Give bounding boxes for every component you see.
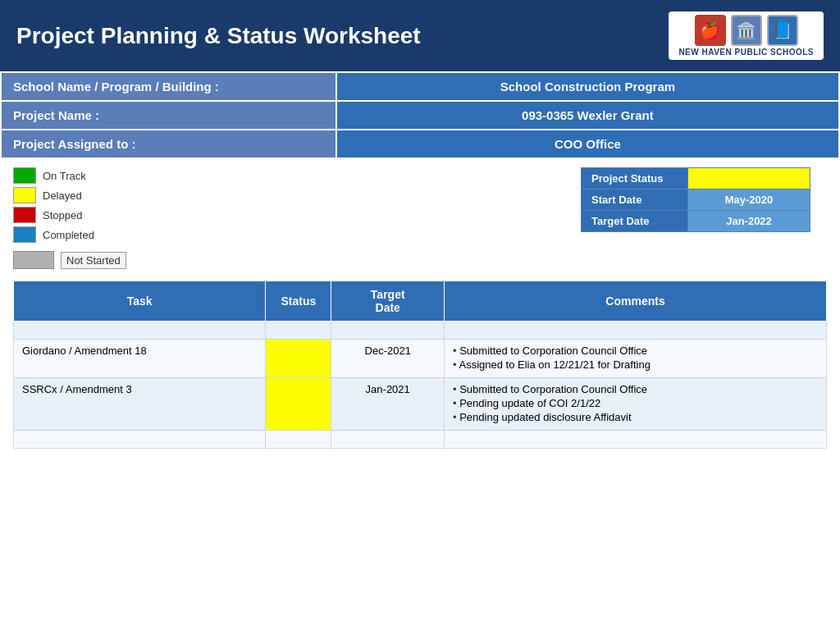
task-table-header-row: Task Status TargetDate Comments [14, 281, 827, 322]
info-row-assigned: Project Assigned to : COO Office [1, 130, 839, 158]
info-row-project: Project Name : 093-0365 Wexler Grant [1, 101, 839, 130]
task-cell: SSRCx / Amendment 3 [14, 378, 266, 431]
ps-value-start: May-2020 [688, 189, 810, 211]
legend: On Track Delayed Stopped Completed [13, 167, 161, 243]
legend-box-stopped [13, 207, 36, 223]
ps-label-start: Start Date [582, 189, 688, 211]
comment-item: Submitted to Corporation Council Office [453, 383, 818, 395]
comment-item: Pending updated disclosure Affidavit [453, 411, 818, 423]
info-table: School Name / Program / Building : Schoo… [0, 71, 840, 159]
legend-box-on-track [13, 167, 36, 184]
task-cell: Giordano / Amendment 18 [14, 340, 266, 378]
task-table: Task Status TargetDate Comments Giordano… [13, 281, 827, 449]
info-value-school: School Construction Program [336, 72, 839, 101]
task-row: Giordano / Amendment 18Dec-2021Submitted… [14, 340, 827, 378]
info-value-assigned: COO Office [336, 130, 839, 158]
project-status-table: Project Status Start Date May-2020 Targe… [581, 167, 810, 232]
page-title: Project Planning & Status Worksheet [16, 23, 421, 49]
ps-label-target: Target Date [582, 211, 688, 232]
ps-row-start: Start Date May-2020 [582, 189, 810, 211]
not-started-box [13, 251, 54, 269]
comment-item: Pending update of COI 2/1/22 [453, 397, 818, 409]
status-cell [266, 378, 331, 431]
status-cell [266, 340, 331, 378]
col-header-task: Task [14, 281, 266, 322]
logo-text: NEW HAVEN PUBLIC SCHOOLS [675, 48, 817, 57]
comments-cell: Submitted to Corporation Council OfficeA… [445, 340, 827, 378]
comments-cell: Submitted to Corporation Council OfficeP… [445, 378, 827, 431]
info-label-assigned: Project Assigned to : [1, 130, 336, 158]
legend-label-completed: Completed [43, 229, 161, 241]
legend-label-on-track: On Track [43, 170, 161, 182]
legend-status-section: On Track Delayed Stopped Completed Not S… [0, 159, 840, 277]
info-row-school: School Name / Program / Building : Schoo… [1, 72, 839, 101]
col-header-target-date: TargetDate [331, 281, 445, 322]
col-header-comments: Comments [445, 281, 827, 322]
comment-item: Submitted to Corporation Council Office [453, 345, 818, 357]
task-row: SSRCx / Amendment 3Jan-2021Submitted to … [14, 378, 827, 431]
page-header: Project Planning & Status Worksheet 🍎 🏛️… [0, 0, 840, 71]
logo-icon-building: 🏛️ [731, 15, 762, 46]
col-header-status: Status [266, 281, 331, 322]
task-section: Task Status TargetDate Comments Giordano… [0, 281, 840, 457]
logo-container: 🍎 🏛️ 📘 NEW HAVEN PUBLIC SCHOOLS [669, 11, 824, 60]
ps-row-status: Project Status [582, 168, 810, 189]
legend-box-completed [13, 226, 36, 243]
task-row [14, 431, 827, 449]
logo-icon-apple: 🍎 [695, 15, 726, 46]
ps-row-target: Target Date Jan-2022 [582, 211, 810, 232]
not-started-area: Not Started [13, 251, 161, 269]
target-date-cell: Dec-2021 [331, 340, 445, 378]
ps-value-target: Jan-2022 [688, 211, 810, 232]
ps-label-status: Project Status [582, 168, 688, 189]
legend-label-stopped: Stopped [43, 209, 161, 221]
task-row [14, 322, 827, 340]
logo-icon-book: 📘 [767, 15, 798, 46]
logo-icons: 🍎 🏛️ 📘 [695, 15, 798, 46]
info-value-project: 093-0365 Wexler Grant [336, 101, 839, 130]
not-started-label: Not Started [61, 252, 126, 269]
info-label-school: School Name / Program / Building : [1, 72, 336, 101]
legend-not-started-col: On Track Delayed Stopped Completed Not S… [13, 167, 161, 269]
legend-box-delayed [13, 187, 36, 203]
ps-value-status [688, 168, 810, 189]
info-label-project: Project Name : [1, 101, 336, 130]
legend-label-delayed: Delayed [43, 189, 161, 202]
comment-item: Assigned to Elia on 12/21/21 for Draftin… [453, 358, 818, 371]
target-date-cell: Jan-2021 [331, 378, 445, 431]
